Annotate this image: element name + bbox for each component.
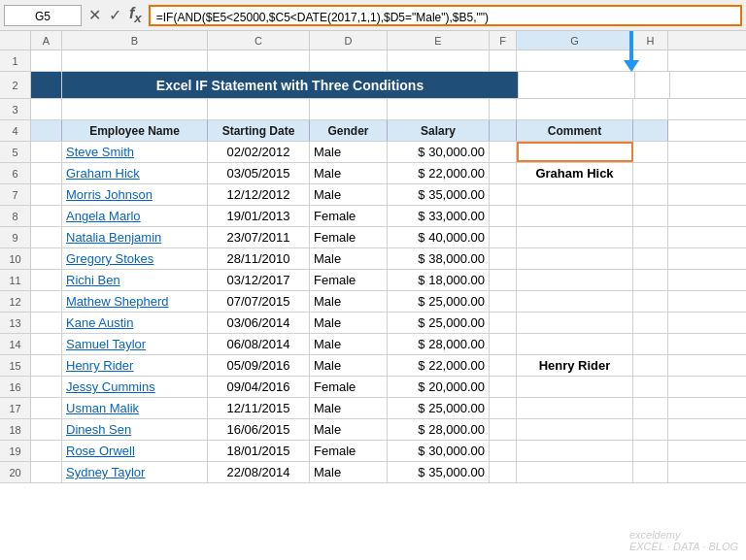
cell-c5[interactable]: 02/02/2012 (208, 142, 310, 162)
cell-a13[interactable] (31, 313, 62, 333)
cell-f19[interactable] (490, 441, 517, 461)
cell-b7[interactable]: Morris Johnson (62, 184, 208, 205)
cell-b13[interactable]: Kane Austin (62, 313, 208, 333)
cell-h14[interactable] (633, 334, 668, 354)
col-header-g[interactable]: G (517, 31, 633, 49)
cell-d11[interactable]: Female (310, 270, 388, 290)
cell-e16[interactable]: $ 20,000.00 (388, 377, 490, 397)
cell-b18[interactable]: Dinesh Sen (62, 419, 208, 440)
cell-d17[interactable]: Male (310, 398, 388, 418)
cell-e14[interactable]: $ 28,000.00 (388, 334, 490, 354)
cell-e6[interactable]: $ 22,000.00 (388, 163, 490, 183)
cell-e20[interactable]: $ 35,000.00 (388, 462, 490, 482)
cell-d9[interactable]: Female (310, 227, 388, 247)
cell-c3[interactable] (208, 99, 310, 119)
cell-a9[interactable] (31, 227, 62, 247)
cell-a20[interactable] (31, 462, 62, 482)
cell-h3[interactable] (633, 99, 668, 119)
cell-c7[interactable]: 12/12/2012 (208, 184, 310, 205)
cell-f6[interactable] (490, 163, 517, 183)
cell-h18[interactable] (633, 419, 668, 440)
cell-c6[interactable]: 03/05/2015 (208, 163, 310, 183)
cell-c13[interactable]: 03/06/2014 (208, 313, 310, 333)
cell-f14[interactable] (490, 334, 517, 354)
cell-c4[interactable]: Starting Date (208, 120, 310, 141)
cell-h15[interactable] (633, 355, 668, 376)
cell-d18[interactable]: Male (310, 419, 388, 440)
cell-d16[interactable]: Female (310, 377, 388, 397)
cell-reference-box[interactable]: G5 (4, 5, 82, 26)
cell-b1[interactable] (62, 50, 208, 71)
cell-g17[interactable] (517, 398, 633, 418)
cell-f9[interactable] (490, 227, 517, 247)
cell-e13[interactable]: $ 25,000.00 (388, 313, 490, 333)
col-header-c[interactable]: C (208, 31, 310, 49)
cell-h9[interactable] (633, 227, 668, 247)
cell-d12[interactable]: Male (310, 291, 388, 312)
cell-b16[interactable]: Jessy Cummins (62, 377, 208, 397)
cell-f1[interactable] (490, 50, 517, 71)
cell-e9[interactable]: $ 40,000.00 (388, 227, 490, 247)
cell-d4[interactable]: Gender (310, 120, 388, 141)
cell-d19[interactable]: Female (310, 441, 388, 461)
cell-e11[interactable]: $ 18,000.00 (388, 270, 490, 290)
cell-g14[interactable] (517, 334, 633, 354)
cell-e7[interactable]: $ 35,000.00 (388, 184, 490, 205)
col-header-e[interactable]: E (388, 31, 490, 49)
cell-e12[interactable]: $ 25,000.00 (388, 291, 490, 312)
cell-h10[interactable] (633, 248, 668, 269)
cell-h19[interactable] (633, 441, 668, 461)
cell-g15[interactable]: Henry Rider (517, 355, 633, 376)
cell-b12[interactable]: Mathew Shepherd (62, 291, 208, 312)
cell-a16[interactable] (31, 377, 62, 397)
cell-a17[interactable] (31, 398, 62, 418)
cell-b14[interactable]: Samuel Taylor (62, 334, 208, 354)
cell-f5[interactable] (490, 142, 517, 162)
cell-a8[interactable] (31, 206, 62, 226)
cell-c18[interactable]: 16/06/2015 (208, 419, 310, 440)
function-icon[interactable]: fx (126, 5, 145, 25)
col-header-d[interactable]: D (310, 31, 388, 49)
cell-g12[interactable] (517, 291, 633, 312)
cell-g8[interactable] (517, 206, 633, 226)
cell-c10[interactable]: 28/11/2010 (208, 248, 310, 269)
cell-d7[interactable]: Male (310, 184, 388, 205)
cell-h2[interactable] (635, 72, 670, 98)
cell-h13[interactable] (633, 313, 668, 333)
cell-d5[interactable]: Male (310, 142, 388, 162)
cell-b5[interactable]: Steve Smith (62, 142, 208, 162)
cell-g16[interactable] (517, 377, 633, 397)
cell-c12[interactable]: 07/07/2015 (208, 291, 310, 312)
cell-h12[interactable] (633, 291, 668, 312)
cell-e17[interactable]: $ 25,000.00 (388, 398, 490, 418)
cell-d10[interactable]: Male (310, 248, 388, 269)
cell-b4[interactable]: Employee Name (62, 120, 208, 141)
cell-f3[interactable] (490, 99, 517, 119)
cell-h7[interactable] (633, 184, 668, 205)
cell-b15[interactable]: Henry Rider (62, 355, 208, 376)
cell-h11[interactable] (633, 270, 668, 290)
cell-b9[interactable]: Natalia Benjamin (62, 227, 208, 247)
confirm-icon[interactable]: ✓ (106, 6, 124, 24)
cell-d6[interactable]: Male (310, 163, 388, 183)
cell-h6[interactable] (633, 163, 668, 183)
cell-f15[interactable] (490, 355, 517, 376)
cell-g6[interactable]: Graham Hick (517, 163, 633, 183)
cell-a10[interactable] (31, 248, 62, 269)
cell-e5[interactable]: $ 30,000.00 (388, 142, 490, 162)
cell-f8[interactable] (490, 206, 517, 226)
cell-c9[interactable]: 23/07/2011 (208, 227, 310, 247)
cell-e18[interactable]: $ 28,000.00 (388, 419, 490, 440)
cell-c16[interactable]: 09/04/2016 (208, 377, 310, 397)
cell-a4[interactable] (31, 120, 62, 141)
cell-a12[interactable] (31, 291, 62, 312)
cell-c8[interactable]: 19/01/2013 (208, 206, 310, 226)
cell-f13[interactable] (490, 313, 517, 333)
cell-c14[interactable]: 06/08/2014 (208, 334, 310, 354)
cell-d8[interactable]: Female (310, 206, 388, 226)
cell-f20[interactable] (490, 462, 517, 482)
cell-e10[interactable]: $ 38,000.00 (388, 248, 490, 269)
cell-d13[interactable]: Male (310, 313, 388, 333)
col-header-f[interactable]: F (490, 31, 517, 49)
cell-a1[interactable] (31, 50, 62, 71)
